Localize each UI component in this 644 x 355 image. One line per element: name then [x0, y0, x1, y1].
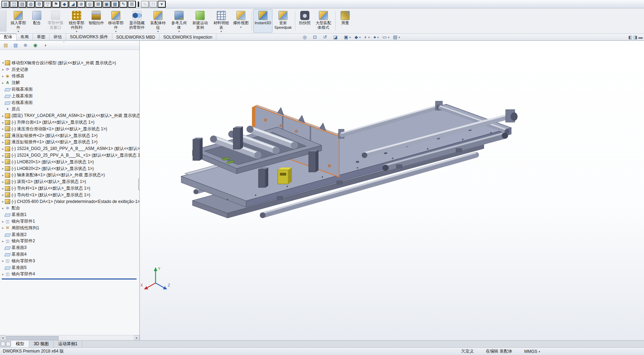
scrollbar-thumb[interactable]: [6, 336, 59, 340]
tree-item[interactable]: (-) 液压滑台滑动版<1> (默认<<默认>_显示状态 1>): [1, 126, 139, 132]
tree-item[interactable]: 配合: [1, 205, 139, 212]
dropdown-arrow[interactable]: ▼: [240, 26, 242, 29]
insert-component-button[interactable]: 插入零部件 ▼: [8, 9, 29, 33]
pane-left-icon[interactable]: ◧: [628, 35, 632, 40]
new-motion-study-button[interactable]: 新建运动算例 ▼: [190, 9, 211, 33]
mail-icon[interactable]: ⊠: [94, 1, 102, 8]
tree-item[interactable]: 局部线性阵列1: [1, 225, 139, 231]
take-snapshot-button[interactable]: 拍快照 ▼: [297, 9, 313, 33]
section-view-icon[interactable]: ◪ ▼: [332, 34, 342, 41]
dropdown-arrow[interactable]: ▼: [178, 30, 180, 33]
ribbon-button[interactable]: ▼: [251, 11, 252, 31]
status-editing-mode[interactable]: 在编辑 装配体 ▴: [486, 348, 512, 354]
expand-arrow[interactable]: [1, 167, 5, 170]
dropdown-arrow[interactable]: ▼: [377, 36, 379, 39]
expand-arrow[interactable]: [1, 193, 5, 197]
tree-item[interactable]: (-) LHOB20<2> (默认<<默认>_显示状态 1>): [1, 165, 139, 172]
model-3d[interactable]: Y X Z: [140, 41, 644, 340]
expand-arrow[interactable]: [1, 127, 5, 131]
dropdown-arrow[interactable]: ▼: [75, 30, 78, 33]
tree-item[interactable]: 基准面3: [1, 244, 139, 251]
displaymanager-tab-icon[interactable]: ◑: [41, 41, 50, 49]
tree-item[interactable]: (-) LHOB20<1> (默认<<默认>_显示状态 1>): [1, 159, 139, 165]
dropdown-arrow[interactable]: ▼: [17, 30, 20, 33]
dropdown-arrow[interactable]: ▼: [368, 36, 370, 39]
frame-icon[interactable]: ⊓: [149, 1, 157, 8]
guide-post-2[interactable]: [233, 126, 243, 149]
dropdown-arrow[interactable]: ▼: [387, 36, 390, 39]
move-component-button[interactable]: 移动零部件 ▼: [105, 9, 126, 33]
dropdown-arrow[interactable]: ▼: [157, 30, 159, 33]
tree-item[interactable]: (-) 滚筒<1> (默认<<默认>_显示状态 1>): [1, 178, 139, 185]
expand-arrow[interactable]: [1, 74, 5, 78]
tree-item[interactable]: 右视基准面: [1, 99, 139, 106]
filter-icon[interactable]: ▽: [44, 1, 52, 8]
tree-item[interactable]: (-) 15224_DGO_25_180_PPV_A_B___ASM_ASM<1…: [1, 145, 139, 152]
ribbon-button[interactable]: ▼: [335, 11, 336, 31]
tree-item[interactable]: 液压缸链接件<2> (默认<<默认>_显示状态 1>): [1, 132, 139, 139]
tree-item[interactable]: 镜向零部件2: [1, 238, 139, 245]
expand-arrow[interactable]: [1, 259, 5, 263]
expand-arrow[interactable]: [1, 140, 5, 144]
web-help-icon[interactable]: ◍: [27, 1, 35, 8]
expand-arrow[interactable]: [1, 187, 5, 190]
flag-icon[interactable]: ⚑: [52, 1, 60, 8]
tab-assembly[interactable]: 配体: [0, 34, 17, 40]
expand-arrow[interactable]: [1, 147, 5, 151]
tab-layout[interactable]: 布局: [17, 34, 33, 40]
scroll-right-arrow[interactable]: ►: [134, 335, 139, 340]
instant3d-button[interactable]: Instant3D ▼: [253, 9, 272, 33]
component-preview-window-button[interactable]: 零部件预览窗口 ▼: [45, 9, 66, 33]
expand-arrow[interactable]: [1, 160, 5, 164]
expand-arrow[interactable]: [1, 272, 5, 276]
pen-icon[interactable]: ✎: [119, 1, 127, 8]
display-style-icon[interactable]: ◆ ▼: [353, 34, 362, 41]
apply-scene-icon[interactable]: ▭ ▼: [381, 34, 391, 41]
tab-sketch[interactable]: 草图: [33, 34, 50, 40]
tab-mbd[interactable]: SOLIDWORKS MBD: [112, 34, 159, 40]
tree-item[interactable]: 基准面5: [1, 264, 139, 271]
dropdown-arrow[interactable]: ▼: [359, 36, 361, 39]
expand-arrow[interactable]: [1, 200, 5, 203]
show-hidden-components-button[interactable]: 显示隐藏的零部件 ▼: [126, 9, 147, 33]
tree-item[interactable]: (-) CH205-600 DA<1> (Valor predeterminad…: [1, 198, 139, 205]
tree-item[interactable]: (-) 导向柱<1> (默认<<默认>_显示状态 1>): [1, 192, 139, 198]
edit-appearance-icon[interactable]: ● ▼: [372, 34, 381, 41]
measure-button[interactable]: 测量 ▼: [337, 9, 353, 33]
tree-item[interactable]: (-) 15224_DGO_25_PPV_A_B___SL_<1> (默认<<默…: [1, 152, 139, 159]
tree-item[interactable]: 传感器: [1, 73, 139, 80]
update-speedpak-button[interactable]: 更新Speedpak ▼: [272, 9, 294, 33]
grid-icon[interactable]: ⊞: [128, 1, 136, 8]
tree-item[interactable]: 镜向零部件4: [1, 271, 139, 278]
expand-arrow[interactable]: [1, 206, 5, 210]
tab-addins[interactable]: SOLIDWORKS 插件: [66, 34, 112, 40]
tree-item[interactable]: (固定) TRAY_LOADER_ASM_ASM<1> (默认<<默认>_外观 …: [1, 112, 139, 119]
model-tab[interactable]: 模型: [11, 341, 29, 347]
tree-item[interactable]: (-) 升降台面<1> (默认<<默认>_显示状态 1>): [1, 119, 139, 126]
split-pane-button-1[interactable]: [1, 342, 5, 346]
view-settings-icon[interactable]: ▤ ▼: [392, 34, 402, 41]
tree-item[interactable]: 镜向零部件3: [1, 258, 139, 264]
mate-button[interactable]: 配合 ▼: [29, 9, 45, 33]
tree-item[interactable]: (-) 轴承装配体<1> (默认<<默认>_外观 显示状态>): [1, 172, 139, 179]
units-dropdown-arrow[interactable]: ▴: [539, 350, 540, 353]
more-dropdown-icon[interactable]: ▾: [158, 1, 166, 8]
panel-collapse-arrow[interactable]: ⌃: [63, 41, 65, 45]
dropdown-arrow[interactable]: ▼: [398, 36, 401, 39]
tree-item[interactable]: 基准面4: [1, 251, 139, 258]
split-pane-button-2[interactable]: [6, 342, 11, 346]
motion-chart-icon[interactable]: ∿: [141, 1, 149, 8]
expand-arrow[interactable]: [1, 114, 5, 118]
tree-item[interactable]: 原点: [1, 106, 139, 113]
smart-fasteners-button[interactable]: 智能扣件 ▼: [87, 9, 105, 33]
dimxpertmanager-tab-icon[interactable]: ◉: [31, 41, 40, 49]
save-icon[interactable]: ◫: [10, 1, 18, 8]
rollback-bar[interactable]: [2, 278, 137, 280]
bom-button[interactable]: 材料明细表 ▼: [211, 9, 232, 33]
assembly-features-button[interactable]: 装配体特征 ▼: [147, 9, 169, 33]
dropdown-arrow[interactable]: ▼: [349, 36, 351, 39]
pane-right-icon[interactable]: ◨: [633, 35, 637, 40]
expand-arrow[interactable]: [1, 81, 5, 85]
expand-arrow[interactable]: [1, 134, 5, 137]
tree-item[interactable]: (-) 导向杆<1> (默认<<默认>_显示状态 1>): [1, 185, 139, 192]
